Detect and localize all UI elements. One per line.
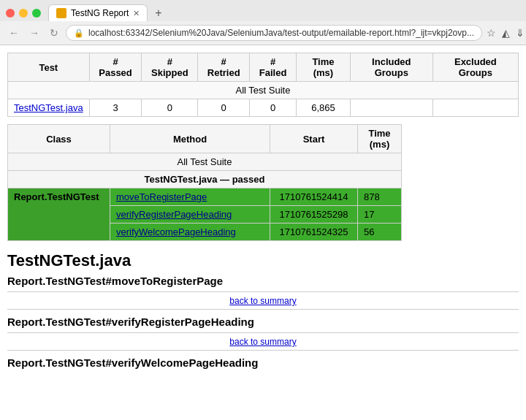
toolbar-icons: ☆ ◭ ⇓ ☰ D <box>487 26 526 40</box>
method-section-1: Report.TestNGTest#verifyRegisterPageHead… <box>7 316 519 351</box>
col-test: Test <box>8 53 90 82</box>
detail-col-class: Class <box>8 125 110 153</box>
back-link-1[interactable]: back to summary <box>229 337 296 347</box>
detail-suite-row: All Test Suite <box>8 153 402 171</box>
method-section-2: Report.TestNGTest#verifyWelcomePageHeadi… <box>7 356 519 369</box>
method-section-0: Report.TestNGTest#moveToRegisterPage bac… <box>7 275 519 310</box>
maximize-button[interactable] <box>32 9 41 18</box>
method-link-0[interactable]: moveToRegisterPage <box>116 191 207 202</box>
method-title-2: Report.TestNGTest#verifyWelcomePageHeadi… <box>7 356 519 369</box>
back-link-row-1: back to summary <box>7 332 519 351</box>
url-bar[interactable]: 🔒 localhost:63342/Selenium%20Java/Seleni… <box>66 25 482 41</box>
col-passed: # Passed <box>89 53 142 82</box>
skipped-count: 0 <box>142 99 198 117</box>
col-retried: # Retried <box>198 53 250 82</box>
suite-row: All Test Suite <box>8 82 519 99</box>
method-cell-0: moveToRegisterPage <box>110 188 270 206</box>
browser-chrome: TestNG Report ✕ + ← → ↻ 🔒 localhost:6334… <box>0 0 526 45</box>
method-row-0: Report.TestNGTest moveToRegisterPage 171… <box>8 188 402 206</box>
retried-count: 0 <box>198 99 250 117</box>
time-cell-2: 56 <box>358 224 402 241</box>
download-icon[interactable]: ⇓ <box>516 27 525 39</box>
detail-passed-row: TestNGTest.java — passed <box>8 171 402 188</box>
time-cell-1: 17 <box>358 206 402 224</box>
detail-table: Class Method Start Time (ms) All Test Su… <box>7 124 402 241</box>
col-failed: # Failed <box>250 53 297 82</box>
tab-bar: TestNG Report ✕ + <box>0 0 526 21</box>
page-content: Test # Passed # Skipped # Retried # Fail… <box>0 45 526 378</box>
passed-count: 3 <box>89 99 142 117</box>
start-cell-0: 1710761524414 <box>270 188 358 206</box>
tab-title: TestNG Report <box>71 8 129 18</box>
class-name-cell: Report.TestNGTest <box>8 188 110 241</box>
time-cell-0: 878 <box>358 188 402 206</box>
detail-passed-label: TestNGTest.java — passed <box>8 171 402 188</box>
method-title-1: Report.TestNGTest#verifyRegisterPageHead… <box>7 316 519 328</box>
window-controls <box>6 9 41 18</box>
method-link-2[interactable]: verifyWelcomePageHeading <box>116 226 236 237</box>
method-cell-2: verifyWelcomePageHeading <box>110 224 270 241</box>
url-text: localhost:63342/Selenium%20Java/Selenium… <box>88 28 474 38</box>
suite-label: All Test Suite <box>8 82 519 99</box>
method-title-0: Report.TestNGTest#moveToRegisterPage <box>7 275 519 287</box>
detail-suite-label: All Test Suite <box>8 153 402 171</box>
extensions-icon[interactable]: ◭ <box>502 27 510 39</box>
forward-nav-icon[interactable]: → <box>26 26 42 40</box>
method-link-1[interactable]: verifyRegisterPageHeading <box>116 209 232 220</box>
summary-header-row: Test # Passed # Skipped # Retried # Fail… <box>8 53 519 82</box>
time-ms: 6,865 <box>297 99 351 117</box>
section-testngjava: TestNGTest.java Report.TestNGTest#moveTo… <box>7 251 519 369</box>
bookmark-star-icon[interactable]: ☆ <box>487 27 496 39</box>
included-groups <box>350 99 432 117</box>
start-cell-2: 1710761524325 <box>270 224 358 241</box>
detail-header-row: Class Method Start Time (ms) <box>8 125 402 153</box>
back-nav-icon[interactable]: ← <box>6 26 22 40</box>
detail-col-start: Start <box>270 125 358 153</box>
tab-close-icon[interactable]: ✕ <box>133 9 140 18</box>
col-time: Time (ms) <box>297 53 351 82</box>
section-title: TestNGTest.java <box>7 251 519 270</box>
active-tab[interactable]: TestNG Report ✕ <box>48 4 148 21</box>
col-included: Included Groups <box>350 53 432 82</box>
detail-col-method: Method <box>110 125 270 153</box>
back-link-row-0: back to summary <box>7 291 519 310</box>
test-name-link[interactable]: TestNGTest.java <box>14 102 83 113</box>
tab-favicon <box>56 8 66 18</box>
lock-icon: 🔒 <box>74 28 84 38</box>
close-button[interactable] <box>6 9 15 18</box>
summary-table: Test # Passed # Skipped # Retried # Fail… <box>7 53 519 117</box>
col-skipped: # Skipped <box>142 53 198 82</box>
excluded-groups <box>432 99 518 117</box>
detail-col-time: Time (ms) <box>358 125 402 153</box>
new-tab-button[interactable]: + <box>152 7 164 20</box>
minimize-button[interactable] <box>19 9 28 18</box>
test-data-row: TestNGTest.java 3 0 0 0 6,865 <box>8 99 519 117</box>
method-cell-1: verifyRegisterPageHeading <box>110 206 270 224</box>
back-link-0[interactable]: back to summary <box>229 296 296 306</box>
failed-count: 0 <box>250 99 297 117</box>
start-cell-1: 1710761525298 <box>270 206 358 224</box>
col-excluded: Excluded Groups <box>432 53 518 82</box>
reload-icon[interactable]: ↻ <box>47 26 61 40</box>
address-bar: ← → ↻ 🔒 localhost:63342/Selenium%20Java/… <box>0 21 526 45</box>
